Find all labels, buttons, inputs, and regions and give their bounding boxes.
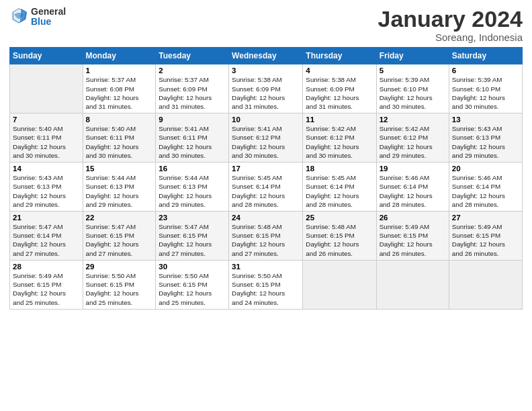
day-number: 29 xyxy=(86,263,153,271)
calendar-cell xyxy=(303,260,376,309)
day-number: 4 xyxy=(306,66,373,75)
calendar-cell: 9Sunrise: 5:41 AM Sunset: 6:11 PM Daylig… xyxy=(156,113,229,163)
col-monday: Monday xyxy=(83,48,156,64)
day-number: 26 xyxy=(380,214,446,222)
day-info: Sunrise: 5:49 AM Sunset: 6:15 PM Dayligh… xyxy=(452,222,519,258)
calendar-week-4: 21Sunrise: 5:47 AM Sunset: 6:14 PM Dayli… xyxy=(10,212,523,261)
calendar-week-1: 1Sunrise: 5:37 AM Sunset: 6:08 PM Daylig… xyxy=(10,64,523,113)
location-subtitle: Soreang, Indonesia xyxy=(378,32,523,43)
day-info: Sunrise: 5:40 AM Sunset: 6:11 PM Dayligh… xyxy=(86,124,153,160)
calendar-table: Sunday Monday Tuesday Wednesday Thursday… xyxy=(9,47,523,309)
day-info: Sunrise: 5:46 AM Sunset: 6:14 PM Dayligh… xyxy=(452,173,519,209)
calendar-week-3: 14Sunrise: 5:43 AM Sunset: 6:13 PM Dayli… xyxy=(10,163,523,212)
calendar-cell: 19Sunrise: 5:46 AM Sunset: 6:14 PM Dayli… xyxy=(376,163,449,212)
calendar-cell xyxy=(449,260,522,309)
day-info: Sunrise: 5:47 AM Sunset: 6:15 PM Dayligh… xyxy=(86,222,153,258)
day-info: Sunrise: 5:50 AM Sunset: 6:15 PM Dayligh… xyxy=(159,271,226,307)
day-info: Sunrise: 5:48 AM Sunset: 6:15 PM Dayligh… xyxy=(232,222,300,258)
day-info: Sunrise: 5:42 AM Sunset: 6:12 PM Dayligh… xyxy=(306,124,373,160)
calendar-cell: 28Sunrise: 5:49 AM Sunset: 6:15 PM Dayli… xyxy=(10,260,83,309)
calendar-cell: 4Sunrise: 5:38 AM Sunset: 6:09 PM Daylig… xyxy=(303,64,376,113)
day-number: 6 xyxy=(452,66,519,75)
day-number: 25 xyxy=(306,214,373,222)
day-info: Sunrise: 5:47 AM Sunset: 6:14 PM Dayligh… xyxy=(13,222,80,258)
calendar-cell: 22Sunrise: 5:47 AM Sunset: 6:15 PM Dayli… xyxy=(83,212,156,261)
calendar-cell: 21Sunrise: 5:47 AM Sunset: 6:14 PM Dayli… xyxy=(10,212,83,261)
day-number: 1 xyxy=(86,66,153,75)
calendar-header-row: Sunday Monday Tuesday Wednesday Thursday… xyxy=(10,48,523,64)
page: General Blue January 2024 Soreang, Indon… xyxy=(0,0,532,411)
day-number: 8 xyxy=(86,116,153,124)
calendar-cell: 14Sunrise: 5:43 AM Sunset: 6:13 PM Dayli… xyxy=(10,163,83,212)
day-number: 30 xyxy=(159,263,226,271)
day-info: Sunrise: 5:42 AM Sunset: 6:12 PM Dayligh… xyxy=(380,124,446,160)
calendar-cell: 15Sunrise: 5:44 AM Sunset: 6:13 PM Dayli… xyxy=(83,163,156,212)
calendar-cell: 11Sunrise: 5:42 AM Sunset: 6:12 PM Dayli… xyxy=(303,113,376,163)
day-info: Sunrise: 5:47 AM Sunset: 6:15 PM Dayligh… xyxy=(159,222,226,258)
title-block: January 2024 Soreang, Indonesia xyxy=(378,7,523,43)
calendar-cell: 10Sunrise: 5:41 AM Sunset: 6:12 PM Dayli… xyxy=(229,113,303,163)
logo: General Blue xyxy=(9,7,66,28)
calendar-cell: 17Sunrise: 5:45 AM Sunset: 6:14 PM Dayli… xyxy=(229,163,303,212)
calendar-cell: 16Sunrise: 5:44 AM Sunset: 6:13 PM Dayli… xyxy=(156,163,229,212)
calendar-cell: 27Sunrise: 5:49 AM Sunset: 6:15 PM Dayli… xyxy=(449,212,522,261)
day-info: Sunrise: 5:45 AM Sunset: 6:14 PM Dayligh… xyxy=(232,173,300,209)
logo-general-text: General xyxy=(31,7,66,17)
calendar-cell: 8Sunrise: 5:40 AM Sunset: 6:11 PM Daylig… xyxy=(83,113,156,163)
logo-text: General Blue xyxy=(31,7,66,28)
day-number: 14 xyxy=(13,165,80,173)
col-friday: Friday xyxy=(376,48,449,64)
day-number: 12 xyxy=(380,116,446,124)
day-info: Sunrise: 5:44 AM Sunset: 6:13 PM Dayligh… xyxy=(159,173,226,209)
day-number: 21 xyxy=(13,214,80,222)
day-number: 17 xyxy=(232,165,300,173)
header: General Blue January 2024 Soreang, Indon… xyxy=(9,7,523,43)
day-info: Sunrise: 5:39 AM Sunset: 6:10 PM Dayligh… xyxy=(380,75,446,111)
day-info: Sunrise: 5:41 AM Sunset: 6:11 PM Dayligh… xyxy=(159,124,226,160)
day-number: 28 xyxy=(13,263,80,271)
logo-icon xyxy=(9,7,28,26)
calendar-cell xyxy=(376,260,449,309)
day-info: Sunrise: 5:40 AM Sunset: 6:11 PM Dayligh… xyxy=(13,124,80,160)
day-info: Sunrise: 5:39 AM Sunset: 6:10 PM Dayligh… xyxy=(452,75,519,111)
day-info: Sunrise: 5:43 AM Sunset: 6:13 PM Dayligh… xyxy=(13,173,80,209)
calendar-cell xyxy=(10,64,83,113)
calendar-cell: 13Sunrise: 5:43 AM Sunset: 6:13 PM Dayli… xyxy=(449,113,522,163)
day-info: Sunrise: 5:38 AM Sunset: 6:09 PM Dayligh… xyxy=(232,75,300,111)
day-number: 20 xyxy=(452,165,519,173)
calendar-cell: 3Sunrise: 5:38 AM Sunset: 6:09 PM Daylig… xyxy=(229,64,303,113)
day-info: Sunrise: 5:43 AM Sunset: 6:13 PM Dayligh… xyxy=(452,124,519,160)
calendar-cell: 5Sunrise: 5:39 AM Sunset: 6:10 PM Daylig… xyxy=(376,64,449,113)
day-number: 16 xyxy=(159,165,226,173)
calendar-cell: 12Sunrise: 5:42 AM Sunset: 6:12 PM Dayli… xyxy=(376,113,449,163)
calendar-cell: 6Sunrise: 5:39 AM Sunset: 6:10 PM Daylig… xyxy=(449,64,522,113)
day-number: 23 xyxy=(159,214,226,222)
day-info: Sunrise: 5:50 AM Sunset: 6:15 PM Dayligh… xyxy=(232,271,300,307)
day-info: Sunrise: 5:37 AM Sunset: 6:09 PM Dayligh… xyxy=(159,75,226,111)
day-info: Sunrise: 5:44 AM Sunset: 6:13 PM Dayligh… xyxy=(86,173,153,209)
calendar-cell: 29Sunrise: 5:50 AM Sunset: 6:15 PM Dayli… xyxy=(83,260,156,309)
day-info: Sunrise: 5:50 AM Sunset: 6:15 PM Dayligh… xyxy=(86,271,153,307)
col-tuesday: Tuesday xyxy=(156,48,229,64)
day-number: 7 xyxy=(13,116,80,124)
day-number: 15 xyxy=(86,165,153,173)
calendar-cell: 23Sunrise: 5:47 AM Sunset: 6:15 PM Dayli… xyxy=(156,212,229,261)
day-info: Sunrise: 5:38 AM Sunset: 6:09 PM Dayligh… xyxy=(306,75,373,111)
day-number: 18 xyxy=(306,165,373,173)
calendar-cell: 20Sunrise: 5:46 AM Sunset: 6:14 PM Dayli… xyxy=(449,163,522,212)
day-info: Sunrise: 5:37 AM Sunset: 6:08 PM Dayligh… xyxy=(86,75,153,111)
day-info: Sunrise: 5:49 AM Sunset: 6:15 PM Dayligh… xyxy=(13,271,80,307)
day-info: Sunrise: 5:45 AM Sunset: 6:14 PM Dayligh… xyxy=(306,173,373,209)
col-wednesday: Wednesday xyxy=(229,48,303,64)
calendar-cell: 31Sunrise: 5:50 AM Sunset: 6:15 PM Dayli… xyxy=(229,260,303,309)
col-sunday: Sunday xyxy=(10,48,83,64)
logo-blue-text: Blue xyxy=(31,17,66,27)
calendar-week-2: 7Sunrise: 5:40 AM Sunset: 6:11 PM Daylig… xyxy=(10,113,523,163)
calendar-cell: 18Sunrise: 5:45 AM Sunset: 6:14 PM Dayli… xyxy=(303,163,376,212)
day-number: 27 xyxy=(452,214,519,222)
col-saturday: Saturday xyxy=(449,48,522,64)
day-number: 9 xyxy=(159,116,226,124)
day-number: 10 xyxy=(232,116,300,124)
calendar-cell: 26Sunrise: 5:49 AM Sunset: 6:15 PM Dayli… xyxy=(376,212,449,261)
day-number: 19 xyxy=(380,165,446,173)
